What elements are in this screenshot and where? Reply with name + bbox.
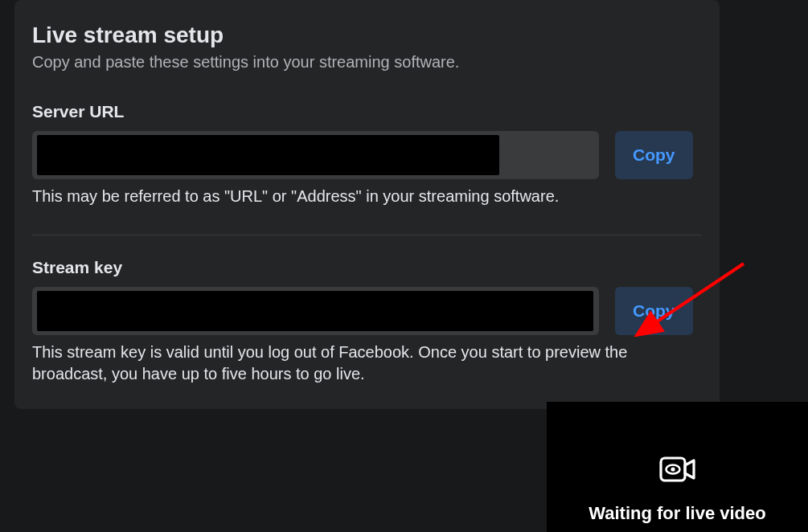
stream-key-label: Stream key: [32, 258, 702, 277]
section-divider: [32, 235, 702, 235]
stream-key-input[interactable]: [32, 287, 599, 335]
camera-eye-icon: [658, 455, 697, 487]
server-url-masked-value: [37, 135, 499, 175]
stream-key-section: Stream key Copy This stream key is valid…: [32, 258, 702, 385]
server-url-help: This may be referred to as "URL" or "Add…: [32, 186, 702, 207]
stream-key-masked-value: [37, 291, 593, 331]
server-url-label: Server URL: [32, 102, 702, 121]
stream-key-row: Copy: [32, 287, 702, 335]
svg-point-4: [671, 467, 675, 471]
server-url-input[interactable]: [32, 131, 599, 179]
live-stream-setup-card: Live stream setup Copy and paste these s…: [14, 0, 720, 409]
copy-server-url-button[interactable]: Copy: [615, 131, 693, 179]
stream-key-help: This stream key is valid until you log o…: [32, 342, 683, 385]
server-url-section: Server URL Copy This may be referred to …: [32, 102, 702, 207]
card-subtitle: Copy and paste these settings into your …: [32, 53, 702, 72]
preview-panel: Waiting for live video: [547, 402, 808, 532]
card-title: Live stream setup: [32, 23, 702, 48]
preview-status-text: Waiting for live video: [589, 503, 765, 524]
copy-stream-key-button[interactable]: Copy: [615, 287, 693, 335]
server-url-row: Copy: [32, 131, 702, 179]
